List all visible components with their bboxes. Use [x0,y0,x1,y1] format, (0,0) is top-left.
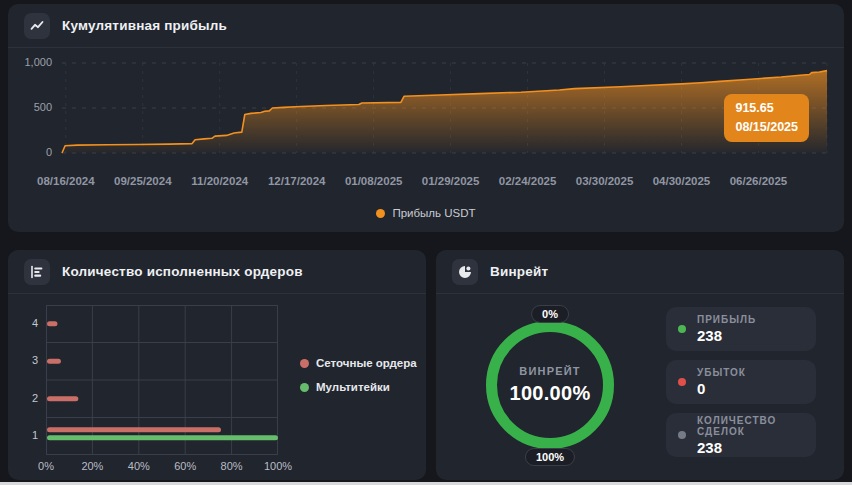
orders-category-label: 3 [12,354,38,366]
x-tick-label: 03/30/2025 [576,175,634,187]
cumulative-x-axis: 08/16/202409/25/202411/20/202412/17/2024… [62,175,827,189]
stat-dot [678,325,686,333]
x-tick-label: 11/20/2024 [191,175,248,187]
stat-card: ПРИБЫЛЬ238 [666,307,816,351]
orders-x-tick-label: 0% [38,460,54,472]
panel-title-orders: Количество исполненных ордеров [62,264,303,279]
orders-x-tick-label: 40% [128,460,150,472]
y-tick-label: 1,000 [8,56,52,68]
orders-x-tick-label: 20% [81,460,103,472]
orders-x-tick-label: 60% [174,460,196,472]
orders-legend: Сеточные ордераМультитейки [300,357,417,393]
orders-bar-chart[interactable] [46,305,278,455]
gauge-zero-badge: 0% [531,305,569,323]
orders-category-label: 4 [12,317,38,329]
x-tick-label: 12/17/2024 [268,175,326,187]
legend-dot [300,359,309,368]
legend-dot [300,383,309,392]
legend-label: Мультитейки [316,381,390,393]
legend-item: Мультитейки [300,381,417,393]
cumulative-profit-panel: Кумулятивная прибыль 05001,000 08/16/202… [8,4,844,232]
winrate-center: ВИНРЕЙТ 100.00% [475,310,625,460]
x-tick-label: 04/30/2025 [653,175,711,187]
line-chart-icon [24,13,50,39]
legend-item: Сеточные ордера [300,357,417,369]
stat-value: 238 [697,327,756,344]
legend-label: Сеточные ордера [316,357,417,369]
pie-chart-icon [452,259,478,285]
winrate-body: ВИНРЕЙТ 100.00% 0% 100% ПРИБЫЛЬ238УБЫТОК… [436,294,844,480]
cumulative-profit-header: Кумулятивная прибыль [8,4,844,48]
executed-orders-panel: Количество исполненных ордеров 4321 0%20… [8,250,426,480]
legend-dot [376,209,385,218]
stat-value: 238 [697,439,804,456]
orders-x-tick-label: 100% [264,460,292,472]
x-tick-label: 01/29/2025 [422,175,480,187]
bottom-row: Количество исполненных ордеров 4321 0%20… [8,250,844,480]
winrate-value: 100.00% [509,382,590,405]
gauge-hundred-badge: 100% [525,448,575,466]
cumulative-area-chart[interactable] [62,63,827,153]
stat-label: ПРИБЫЛЬ [697,314,756,325]
winrate-stats: ПРИБЫЛЬ238УБЫТОК0КОЛИЧЕСТВО СДЕЛОК238 [666,307,816,457]
panel-title-winrate: Винрейт [490,264,548,279]
cumulative-legend: Прибыль USDT [8,207,844,219]
winrate-label: ВИНРЕЙТ [519,365,581,377]
legend-label: Прибыль USDT [392,207,475,219]
y-tick-label: 0 [8,146,52,158]
x-tick-label: 01/08/2025 [345,175,403,187]
stat-label: КОЛИЧЕСТВО СДЕЛОК [697,415,804,437]
stat-text: УБЫТОК0 [697,367,746,397]
stat-dot [678,378,686,386]
winrate-header: Винрейт [436,250,844,294]
y-tick-label: 500 [8,101,52,113]
x-tick-label: 06/26/2025 [730,175,788,187]
panel-title-cumulative: Кумулятивная прибыль [62,18,227,33]
legend-item: Прибыль USDT [376,207,475,219]
x-tick-label: 02/24/2025 [499,175,557,187]
executed-orders-header: Количество исполненных ордеров [8,250,426,294]
orders-x-tick-label: 80% [221,460,243,472]
stat-text: КОЛИЧЕСТВО СДЕЛОК238 [697,415,804,456]
orders-chart-area: 4321 0%20%40%60%80%100% Сеточные ордераМ… [8,294,426,480]
winrate-gauge[interactable]: ВИНРЕЙТ 100.00% 0% 100% [475,310,625,460]
tooltip-date: 08/15/2025 [735,118,798,137]
stat-card: КОЛИЧЕСТВО СДЕЛОК238 [666,413,816,457]
stat-value: 0 [697,380,746,397]
cumulative-chart-area: 05001,000 08/16/202409/25/202411/20/2024… [8,48,844,232]
stat-card: УБЫТОК0 [666,360,816,404]
stat-label: УБЫТОК [697,367,746,378]
orders-category-label: 2 [12,392,38,404]
tooltip-value: 915.65 [735,99,798,118]
winrate-panel: Винрейт ВИНРЕЙТ 100.00% 0% 100% ПРИБЫЛЬ2… [436,250,844,480]
x-tick-label: 08/16/2024 [37,175,95,187]
stat-text: ПРИБЫЛЬ238 [697,314,756,344]
stat-dot [678,431,686,439]
chart-tooltip: 915.65 08/15/2025 [724,94,809,142]
horizontal-bars-icon [24,259,50,285]
x-tick-label: 09/25/2024 [114,175,172,187]
orders-category-label: 1 [12,429,38,441]
dashboard-page: Кумулятивная прибыль 05001,000 08/16/202… [0,0,852,485]
